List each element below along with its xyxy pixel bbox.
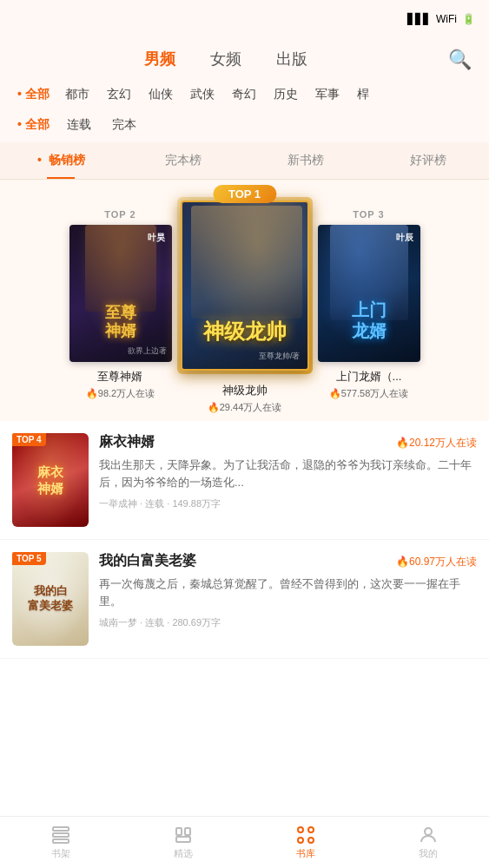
library-icon (295, 825, 316, 845)
rank-tab-rated[interactable]: 好评榜 (367, 142, 489, 179)
list-title-5: 我的白富美老婆 (99, 552, 196, 570)
svg-rect-4 (185, 828, 190, 835)
list-meta-4: 一举成神 · 连载 · 149.88万字 (99, 497, 477, 510)
top1-readers: 🔥29.44万人在读 (208, 401, 282, 414)
sub-filter: • 全部 连载 完本 (0, 111, 489, 142)
filter-all[interactable]: • 全部 (10, 83, 56, 106)
nav-shelf-label: 书架 (51, 847, 70, 860)
list-meta-5: 城南一梦 · 连载 · 280.69万字 (99, 616, 477, 629)
top1-author-text: 至尊龙帅/著 (259, 351, 301, 362)
list-item[interactable]: TOP 4 麻衣神婿 麻衣神婿 🔥20.12万人在读 我出生那天，天降异象。为了… (0, 421, 489, 540)
list-rank-badge-4: TOP 4 (12, 433, 46, 446)
top2-badge: TOP 2 (104, 209, 135, 220)
rank-tab-new[interactable]: 新书榜 (245, 142, 367, 179)
list-cover-4[interactable]: 麻衣神婿 (12, 433, 89, 527)
rank-tabs: 畅销榜 完本榜 新书榜 好评榜 (0, 142, 489, 180)
list-readers-4: 🔥20.12万人在读 (396, 436, 477, 450)
status-icons: ▋▋▋ WiFi 🔋 (407, 13, 475, 25)
list-cover-wrap-4: TOP 4 麻衣神婿 (12, 433, 89, 527)
tab-female[interactable]: 女频 (193, 42, 259, 78)
wifi-icon: WiFi (436, 13, 457, 25)
category-filter: • 全部 都市 玄幻 仙侠 武侠 奇幻 历史 军事 桿 (0, 78, 489, 111)
filter-more[interactable]: 桿 (348, 83, 378, 106)
list-title-4: 麻衣神婿 (99, 433, 155, 451)
top3-info: 上门龙婿（... 🔥577.58万人在读 (329, 369, 409, 400)
top2-cover[interactable]: 叶昊 至尊神婿 欲界上边著 (69, 225, 172, 362)
tab-publish[interactable]: 出版 (259, 42, 325, 78)
svg-rect-5 (176, 837, 190, 842)
top1-info: 神级龙帅 🔥29.44万人在读 (208, 383, 282, 414)
svg-rect-0 (53, 827, 69, 831)
top3-title-text: 上门龙婿 (318, 299, 420, 341)
top2-author-name: 叶昊 (148, 232, 165, 244)
top3-title: 上门龙婿（... (329, 369, 409, 385)
sub-filter-all[interactable]: • 全部 (10, 115, 56, 135)
svg-point-10 (425, 828, 432, 835)
tab-male[interactable]: 男频 (127, 42, 193, 78)
rank-list: TOP 4 麻衣神婿 麻衣神婿 🔥20.12万人在读 我出生那天，天降异象。为了… (0, 421, 489, 711)
top2-readers: 🔥98.2万人在读 (86, 387, 155, 400)
top3-cover[interactable]: 叶辰 上门龙婿 (318, 225, 420, 362)
top1-crown: TOP 1 (213, 185, 276, 203)
shelf-icon (50, 825, 71, 845)
list-readers-5: 🔥60.97万人在读 (396, 555, 477, 569)
nav-profile-label: 我的 (419, 847, 438, 860)
status-bar: ▋▋▋ WiFi 🔋 (0, 0, 489, 38)
rank-tab-complete[interactable]: 完本榜 (122, 142, 245, 179)
list-info-4: 麻衣神婿 🔥20.12万人在读 我出生那天，天降异象。为了让我活命，退隐的爷爷为… (99, 433, 477, 510)
svg-point-9 (308, 838, 314, 843)
list-rank-badge-5: TOP 5 (12, 552, 46, 565)
top3-author-name: 叶辰 (396, 232, 413, 244)
filter-fantasy[interactable]: 玄幻 (98, 83, 140, 106)
nav-featured-label: 精选 (174, 847, 193, 860)
list-cover-wrap-5: TOP 5 我的白富美老婆 (12, 552, 89, 646)
top2-author-tag: 欲界上边著 (128, 345, 167, 357)
nav-library[interactable]: 书库 (245, 825, 367, 860)
top2-title: 至尊神婿 (86, 369, 155, 385)
rank-tab-bestseller[interactable]: 畅销榜 (0, 142, 122, 179)
svg-point-8 (298, 838, 303, 843)
top2-title-text: 至尊神婿 (69, 304, 172, 341)
svg-rect-1 (53, 833, 69, 837)
nav-library-label: 书库 (296, 847, 315, 860)
battery-icon: 🔋 (462, 13, 475, 25)
svg-point-6 (298, 827, 303, 832)
svg-rect-3 (176, 828, 182, 835)
top1-title: 神级龙帅 (208, 383, 282, 398)
sub-filter-complete[interactable]: 完本 (102, 115, 147, 135)
filter-wuxia[interactable]: 武侠 (182, 83, 223, 106)
list-desc-4: 我出生那天，天降异象。为了让我活命，退隐的爷爷为我订亲续命。二十年后，因为爷爷给… (99, 457, 477, 490)
list-cover-5[interactable]: 我的白富美老婆 (12, 552, 89, 646)
filter-urban[interactable]: 都市 (56, 83, 98, 106)
list-item[interactable]: TOP 5 我的白富美老婆 我的白富美老婆 🔥60.97万人在读 再一次侮蔑之后… (0, 540, 489, 659)
nav-featured[interactable]: 精选 (122, 825, 245, 860)
list-title-row-5: 我的白富美老婆 🔥60.97万人在读 (99, 552, 477, 570)
podium-section: TOP 2 叶昊 至尊神婿 欲界上边著 至尊神婿 🔥98.2万人在读 TOP 1 (0, 180, 489, 421)
svg-point-7 (308, 827, 314, 832)
nav-profile[interactable]: 我的 (367, 825, 489, 860)
filter-military[interactable]: 军事 (307, 83, 348, 106)
top1-book[interactable]: TOP 1 神级龙帅 至尊龙帅/著 神级龙帅 🔥29.44万人在读 (177, 197, 313, 414)
list-title-row-4: 麻衣神婿 🔥20.12万人在读 (99, 433, 477, 451)
sub-filter-ongoing[interactable]: 连载 (56, 115, 102, 135)
top2-info: 至尊神婿 🔥98.2万人在读 (86, 369, 155, 400)
svg-rect-2 (53, 839, 69, 843)
top1-cover[interactable]: 神级龙帅 至尊龙帅/著 (181, 201, 309, 371)
featured-icon (173, 825, 194, 845)
filter-scifi[interactable]: 奇幻 (223, 83, 265, 106)
top3-badge: TOP 3 (353, 209, 384, 220)
top1-title-text: 神级龙帅 (182, 319, 307, 345)
signal-icon: ▋▋▋ (407, 13, 431, 25)
list-desc-5: 再一次侮蔑之后，秦城总算觉醒了。曾经不曾得到的，这次要一一握在手里。 (99, 575, 477, 609)
top3-readers: 🔥577.58万人在读 (329, 387, 409, 400)
search-button[interactable]: 🔍 (441, 42, 479, 78)
profile-icon (418, 825, 439, 845)
bottom-nav: 书架 精选 书库 我的 (0, 816, 489, 868)
filter-history[interactable]: 历史 (265, 83, 307, 106)
top2-book[interactable]: TOP 2 叶昊 至尊神婿 欲界上边著 至尊神婿 🔥98.2万人在读 (69, 209, 172, 400)
nav-shelf[interactable]: 书架 (0, 825, 122, 860)
top3-book[interactable]: TOP 3 叶辰 上门龙婿 上门龙婿（... 🔥577.58万人在读 (318, 209, 420, 400)
list-info-5: 我的白富美老婆 🔥60.97万人在读 再一次侮蔑之后，秦城总算觉醒了。曾经不曾得… (99, 552, 477, 629)
filter-xianxia[interactable]: 仙侠 (140, 83, 182, 106)
